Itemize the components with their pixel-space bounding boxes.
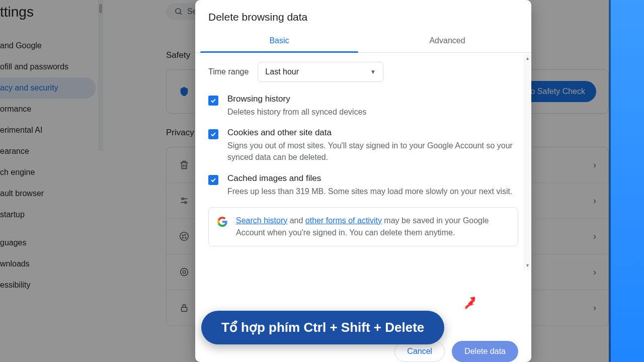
settings-sidebar: and Google ofill and passwords acy and s… (0, 35, 96, 296)
delete-data-button[interactable]: Delete data (452, 341, 518, 362)
search-history-link[interactable]: Search history (236, 216, 287, 225)
option-description: Signs you out of most sites. You'll stay… (227, 140, 518, 163)
option-browsing-history[interactable]: Browsing history Deletes history from al… (208, 94, 518, 118)
tab-advanced[interactable]: Advanced (363, 30, 531, 52)
sidebar-item[interactable]: earance (0, 141, 96, 162)
option-description: Deletes history from all synced devices (227, 106, 367, 118)
google-account-info: Search history and other forms of activi… (208, 207, 518, 246)
option-title: Browsing history (227, 94, 367, 104)
svg-point-6 (185, 234, 186, 235)
sidebar-item[interactable]: essibility (0, 275, 96, 296)
chevron-down-icon: ▼ (370, 68, 376, 75)
sidebar-item[interactable]: ault browser (0, 183, 96, 204)
svg-point-3 (185, 202, 187, 204)
dialog-body: Time range Last hour ▼ Browsing history … (195, 53, 531, 331)
dialog-scrollbar[interactable]: ▴ ▾ (523, 54, 531, 270)
svg-line-1 (180, 13, 182, 15)
chevron-right-icon: › (593, 231, 596, 242)
lock-icon (179, 302, 190, 313)
option-description: Frees up less than 319 MB. Some sites ma… (227, 186, 512, 197)
decorative-edge (611, 0, 644, 362)
sidebar-item[interactable]: ch engine (0, 162, 96, 183)
sidebar-item-privacy-security[interactable]: acy and security (0, 77, 96, 99)
svg-point-5 (182, 235, 183, 236)
svg-point-4 (180, 232, 189, 241)
time-range-value: Last hour (265, 67, 299, 76)
tab-basic[interactable]: Basic (195, 30, 363, 52)
cookie-icon (179, 231, 190, 242)
option-cookies[interactable]: Cookies and other site data Signs you ou… (208, 128, 518, 163)
svg-point-7 (185, 237, 186, 238)
scroll-up-icon[interactable]: ▴ (524, 55, 530, 62)
search-icon (174, 7, 183, 16)
sliders-icon (179, 195, 190, 206)
svg-rect-11 (182, 307, 187, 311)
trash-icon (179, 159, 190, 170)
scroll-down-icon[interactable]: ▾ (524, 262, 530, 269)
svg-point-8 (182, 237, 183, 238)
chevron-right-icon: › (593, 303, 596, 313)
chevron-right-icon: › (593, 160, 596, 170)
target-icon (179, 266, 190, 278)
sidebar-item[interactable]: ofill and passwords (0, 56, 96, 77)
sidebar-item[interactable]: ormance (0, 99, 96, 120)
sidebar-scrollbar[interactable] (98, 0, 103, 151)
sidebar-item[interactable]: startup (0, 204, 96, 225)
delete-browsing-data-dialog: Delete browsing data Basic Advanced Time… (195, 0, 531, 362)
svg-point-9 (181, 268, 188, 276)
keyboard-shortcut-callout: Tổ hợp phím Ctrl + Shift + Delete (201, 311, 444, 344)
svg-point-10 (183, 270, 186, 274)
google-logo-icon (217, 216, 228, 227)
info-text: Search history and other forms of activi… (236, 215, 510, 239)
sidebar-item[interactable]: and Google (0, 35, 96, 56)
dialog-tabs: Basic Advanced (195, 30, 531, 53)
time-range-label: Time range (208, 67, 249, 76)
checkbox-cookies[interactable] (208, 129, 218, 139)
chevron-right-icon: › (593, 196, 596, 206)
option-title: Cookies and other site data (227, 128, 518, 138)
option-title: Cached images and files (227, 173, 512, 184)
page-title: ttings (0, 4, 34, 20)
option-cache[interactable]: Cached images and files Frees up less th… (208, 173, 518, 197)
svg-point-0 (176, 9, 181, 14)
shield-icon (179, 86, 190, 97)
svg-point-2 (182, 198, 184, 200)
checkbox-cache[interactable] (208, 175, 218, 185)
chevron-right-icon: › (593, 267, 596, 278)
checkbox-browsing-history[interactable] (208, 96, 218, 106)
sidebar-item[interactable]: wnloads (0, 253, 96, 275)
sidebar-item[interactable]: guages (0, 232, 96, 253)
time-range-select[interactable]: Last hour ▼ (258, 62, 383, 82)
sidebar-item[interactable]: erimental AI (0, 120, 96, 141)
dialog-title: Delete browsing data (195, 0, 531, 30)
other-activity-link[interactable]: other forms of activity (305, 216, 382, 225)
